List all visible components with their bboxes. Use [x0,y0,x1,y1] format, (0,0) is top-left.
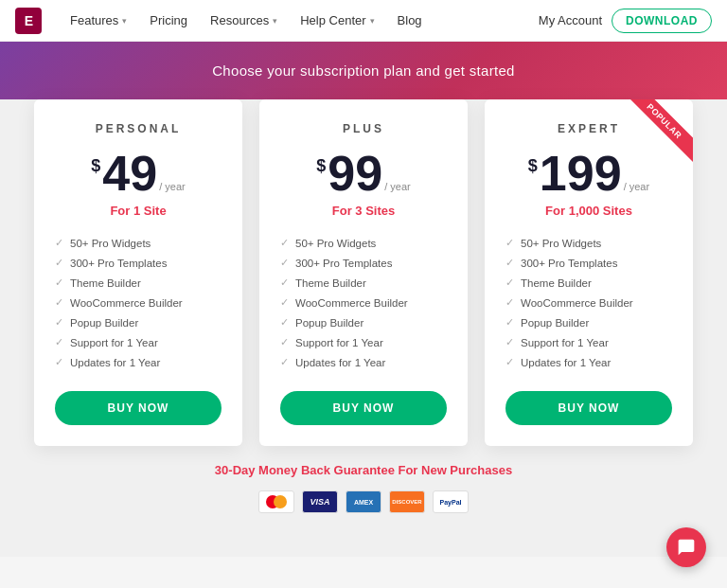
chevron-down-icon-resources: ▾ [273,16,277,26]
plan-features-expert: ✓50+ Pro Widgets ✓300+ Pro Templates ✓Th… [505,233,672,372]
hero-title: Choose your subscription plan and get st… [0,62,727,79]
logo-text: E [25,13,32,28]
plan-plus: PLUS $ 99 / year For 3 Sites ✓50+ Pro Wi… [259,99,468,446]
mastercard-icon [258,490,294,513]
list-item: ✓Popup Builder [280,312,447,332]
navbar-right: My Account DOWNLOAD [539,9,712,33]
list-item: ✓300+ Pro Templates [55,253,222,273]
visa-icon: VISA [302,490,338,513]
list-item: ✓WooCommerce Builder [55,293,222,312]
plan-name-personal: PERSONAL [55,122,222,135]
price-period-plus: / year [384,181,411,192]
price-amount-expert: 199 [540,149,622,198]
pricing-cards: PERSONAL $ 49 / year For 1 Site ✓50+ Pro… [28,99,699,446]
check-icon: ✓ [280,237,289,249]
discover-icon: DISCOVER [389,490,425,513]
plan-features-plus: ✓50+ Pro Widgets ✓300+ Pro Templates ✓Th… [280,233,447,372]
buy-plus-button[interactable]: BUY NOW [280,391,447,425]
nav-features[interactable]: Features ▾ [59,0,138,42]
plan-price-plus: $ 99 / year [280,149,447,198]
check-icon: ✓ [505,276,514,289]
list-item: ✓Popup Builder [55,312,222,332]
plan-expert: POPULAR EXPERT $ 199 / year For 1,000 Si… [485,99,693,446]
check-icon: ✓ [55,316,63,329]
plan-sites-plus: For 3 Sites [280,204,447,218]
check-icon: ✓ [55,257,63,269]
list-item: ✓Updates for 1 Year [55,352,222,372]
list-item: ✓WooCommerce Builder [280,293,447,312]
dollar-sign-plus: $ [316,156,326,176]
list-item: ✓50+ Pro Widgets [55,233,222,253]
list-item: ✓Theme Builder [280,273,447,293]
check-icon: ✓ [280,257,289,269]
pricing-section: PERSONAL $ 49 / year For 1 Site ✓50+ Pro… [0,99,727,557]
plan-name-plus: PLUS [280,122,447,135]
elementor-logo[interactable]: E [15,8,42,34]
list-item: ✓50+ Pro Widgets [280,233,447,253]
dollar-sign-personal: $ [91,156,100,176]
price-period-personal: / year [159,181,186,192]
check-icon: ✓ [505,356,514,368]
mc-circles [266,495,287,508]
plan-name-expert: EXPERT [505,122,672,135]
price-period-expert: / year [624,181,650,192]
nav-help[interactable]: Help Center ▾ [289,0,385,42]
list-item: ✓WooCommerce Builder [505,293,672,312]
list-item: ✓Support for 1 Year [280,332,447,352]
nav-blog[interactable]: Blog [386,0,434,42]
money-back-text: 30-Day Money Back Guarantee For New Purc… [28,446,699,485]
list-item: ✓Updates for 1 Year [280,352,447,372]
check-icon: ✓ [505,296,514,309]
plan-price-personal: $ 49 / year [55,149,222,198]
plan-personal: PERSONAL $ 49 / year For 1 Site ✓50+ Pro… [34,99,242,446]
nav-links: Features ▾ Pricing Resources ▾ Help Cent… [59,0,539,42]
price-amount-personal: 49 [102,149,157,198]
list-item: ✓300+ Pro Templates [505,253,672,273]
plan-sites-personal: For 1 Site [55,204,222,218]
list-item: ✓300+ Pro Templates [280,253,447,273]
nav-resources[interactable]: Resources ▾ [199,0,289,42]
chat-button[interactable] [666,527,706,567]
check-icon: ✓ [55,296,63,309]
check-icon: ✓ [280,276,289,289]
buy-expert-button[interactable]: BUY NOW [505,391,672,425]
navbar: E Features ▾ Pricing Resources ▾ Help Ce… [0,0,727,42]
list-item: ✓50+ Pro Widgets [505,233,672,253]
nav-pricing[interactable]: Pricing [138,0,199,42]
list-item: ✓Support for 1 Year [55,332,222,352]
list-item: ✓Updates for 1 Year [505,352,672,372]
chevron-down-icon: ▾ [122,16,127,26]
payment-methods: VISA AMEX DISCOVER PayPal [28,485,699,528]
list-item: ✓Theme Builder [55,273,222,293]
my-account-link[interactable]: My Account [539,13,602,27]
dollar-sign-expert: $ [528,156,538,176]
check-icon: ✓ [55,237,63,249]
list-item: ✓Theme Builder [505,273,672,293]
check-icon: ✓ [505,336,514,348]
list-item: ✓Popup Builder [505,312,672,332]
list-item: ✓Support for 1 Year [505,332,672,352]
plan-price-expert: $ 199 / year [505,149,672,198]
chevron-down-icon-help: ▾ [370,16,375,26]
plan-sites-expert: For 1,000 Sites [505,204,672,218]
price-amount-plus: 99 [328,149,382,198]
check-icon: ✓ [505,316,514,329]
check-icon: ✓ [505,237,514,249]
chat-icon [677,538,696,557]
check-icon: ✓ [505,257,514,269]
buy-personal-button[interactable]: BUY NOW [55,391,222,425]
check-icon: ✓ [280,296,289,309]
check-icon: ✓ [55,356,63,368]
amex-icon: AMEX [346,490,381,513]
check-icon: ✓ [280,316,289,329]
check-icon: ✓ [55,336,63,348]
plan-features-personal: ✓50+ Pro Widgets ✓300+ Pro Templates ✓Th… [55,233,222,372]
check-icon: ✓ [280,336,289,348]
check-icon: ✓ [55,276,63,289]
check-icon: ✓ [280,356,289,368]
download-button[interactable]: DOWNLOAD [612,9,712,33]
paypal-icon: PayPal [433,490,469,513]
